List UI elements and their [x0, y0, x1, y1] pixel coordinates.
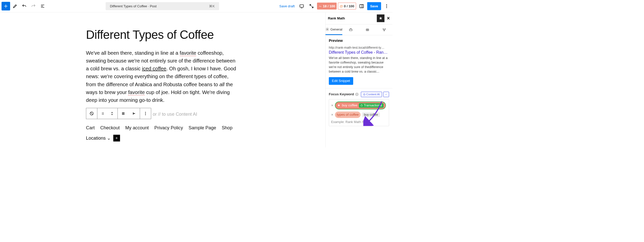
document-title-bar[interactable]: Different Types of Coffee · Post ⌘K [106, 2, 219, 10]
settings-panel-toggle[interactable] [357, 2, 366, 10]
keyword-pill-primary[interactable]: ★ buy coffee Transactional [335, 102, 386, 109]
close-icon[interactable]: ✕ [387, 16, 390, 21]
italic-text: all [219, 81, 224, 87]
intent-badge: Transactional [359, 103, 384, 108]
spellcheck-word: favorite [128, 89, 145, 95]
preview-title: Preview [329, 39, 389, 43]
post-title[interactable]: Different Types of Coffee [86, 28, 239, 42]
ai-icon: ◎ [363, 93, 366, 96]
remove-keyword-icon[interactable]: ✕ [331, 113, 333, 116]
svg-rect-16 [349, 29, 352, 31]
spellcheck-word: favorite [180, 50, 196, 56]
content-ai-button[interactable]: ◎Content AI [361, 92, 382, 97]
document-title: Different Types of Coffee · Post [110, 4, 157, 8]
help-icon[interactable]: ? [355, 93, 358, 96]
seo-score-badge[interactable]: 18 / 100 [317, 3, 337, 9]
svg-point-11 [103, 114, 104, 115]
page-link[interactable]: Checkout [100, 125, 120, 130]
tab-advanced[interactable] [342, 24, 359, 35]
page-link[interactable]: Sample Page [188, 125, 216, 130]
svg-rect-1 [360, 5, 364, 8]
edit-button[interactable] [11, 2, 19, 10]
chevron-down-icon: ⌄ [107, 136, 111, 141]
content-ai-score-text: 0 / 100 [344, 4, 354, 8]
svg-point-6 [102, 112, 103, 113]
align-button[interactable] [118, 108, 129, 119]
tab-general[interactable]: General [326, 24, 342, 35]
keyword-row: ✕ ★ buy coffee Transactional [331, 102, 387, 109]
tab-schema[interactable] [359, 24, 376, 35]
sidebar-header: Rank Math ✕ [326, 12, 392, 24]
svg-point-9 [103, 113, 104, 114]
svg-point-2 [386, 4, 387, 5]
document-overview-button[interactable] [38, 2, 47, 10]
preview-url: http://rank-math-test.local/different-ty… [329, 46, 389, 49]
preview-description: We've all been there, standing in line a… [329, 56, 389, 74]
svg-point-3 [386, 6, 387, 6]
justify-button[interactable] [129, 108, 140, 119]
edit-snippet-button[interactable]: Edit Snippet [329, 77, 353, 85]
page-links-block[interactable]: Cart Checkout My account Privacy Policy … [86, 125, 239, 131]
trends-button[interactable] [383, 92, 389, 97]
page-link[interactable]: My account [125, 125, 149, 130]
tab-general-label: General [330, 27, 342, 31]
svg-point-7 [103, 112, 104, 113]
save-button[interactable]: Save [367, 2, 381, 10]
toolbar-left [2, 2, 47, 10]
page-link[interactable]: Privacy Policy [154, 125, 183, 130]
remove-keyword-icon[interactable]: ✕ [331, 104, 333, 107]
preview-seo-title: Different Types of Coffee - Rank… [329, 50, 389, 55]
focus-keyword-section: Focus Keyword ? ◎Content AI ✕ ★ buy coff… [326, 88, 392, 129]
seo-score-text: 18 / 100 [323, 4, 335, 8]
svg-point-19 [385, 28, 385, 29]
svg-rect-0 [300, 5, 304, 7]
svg-point-14 [145, 114, 146, 115]
add-block-button[interactable] [2, 2, 10, 10]
sidebar-tabs: General [326, 24, 392, 35]
redo-button[interactable] [29, 2, 38, 10]
add-item-button[interactable]: + [113, 135, 120, 141]
content-ai-score-badge[interactable]: @ 0 / 100 [338, 3, 356, 9]
command-shortcut: ⌘K [209, 4, 215, 8]
svg-point-4 [386, 7, 387, 8]
save-draft-button[interactable]: Save draft [278, 4, 296, 8]
star-icon: ★ [337, 103, 340, 107]
editor-main: Different Types of Coffee We've all been… [0, 12, 325, 147]
post-paragraph[interactable]: We've all been there, standing in line a… [86, 49, 239, 104]
keyword-hint: buy coffee [362, 112, 380, 117]
at-icon: @ [340, 4, 343, 8]
drag-handle[interactable] [97, 108, 107, 119]
keyword-pill-secondary[interactable]: types of coffee [335, 111, 360, 118]
block-type-button[interactable] [86, 108, 97, 119]
move-up-down-button[interactable] [107, 108, 118, 119]
content-ai-hint: or // to use Content AI [153, 112, 197, 117]
svg-point-8 [102, 113, 103, 114]
star-icon[interactable] [377, 14, 384, 22]
top-toolbar: Different Types of Coffee · Post ⌘K Save… [0, 0, 392, 12]
svg-rect-21 [361, 105, 363, 106]
svg-point-10 [102, 114, 103, 115]
view-button[interactable] [297, 2, 306, 10]
keyword-placeholder: Example: Rank Math SEO [331, 120, 387, 124]
block-more-button[interactable] [140, 108, 151, 119]
svg-point-13 [145, 113, 146, 114]
focus-keyword-label: Focus Keyword ? [329, 92, 358, 96]
link-text[interactable]: iced coffee [142, 66, 166, 72]
keyword-input-box[interactable]: ✕ ★ buy coffee Transactional ✕ types of … [329, 99, 389, 126]
locations-row: Locations ⌄ + [86, 135, 239, 141]
page-link[interactable]: Cart [86, 125, 95, 130]
fullscreen-button[interactable] [307, 2, 316, 10]
locations-label[interactable]: Locations ⌄ [86, 135, 111, 141]
svg-point-20 [384, 30, 384, 31]
toolbar-center: Different Types of Coffee · Post ⌘K [47, 2, 278, 10]
svg-point-15 [327, 29, 328, 30]
tab-social[interactable] [376, 24, 392, 35]
more-options-button[interactable] [382, 2, 391, 10]
toolbar-right: Save draft 18 / 100 @ 0 / 100 Save [278, 2, 391, 10]
keyword-row: ✕ types of coffee buy coffee [331, 111, 387, 118]
svg-point-12 [145, 112, 146, 113]
sidebar-title: Rank Math [328, 16, 345, 20]
undo-button[interactable] [20, 2, 28, 10]
page-link[interactable]: Shop [222, 125, 232, 130]
svg-point-18 [383, 28, 383, 29]
